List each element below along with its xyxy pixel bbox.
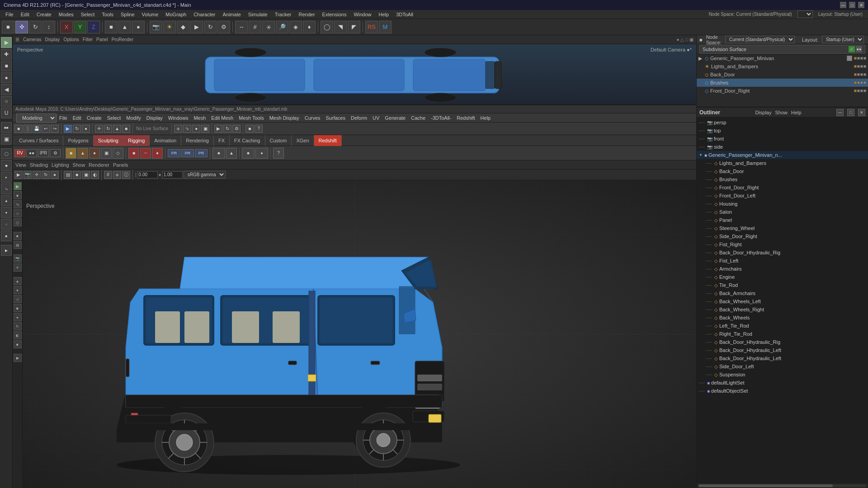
x-axis-btn[interactable]: X [60, 21, 73, 33]
brush-tool[interactable]: ● [1, 72, 12, 83]
maya-scale-btn[interactable]: ▲ [113, 125, 121, 133]
rs-help[interactable]: ? [273, 148, 284, 159]
outliner-item-tierod[interactable]: ── ◇ Tie_Rod [697, 281, 868, 289]
rs-geo2[interactable]: ▲ [77, 148, 88, 159]
maya-menu-edit[interactable]: Edit [70, 114, 84, 122]
y-axis-btn[interactable]: Y [74, 21, 86, 33]
rs-pr2[interactable]: PR [181, 149, 194, 157]
vp-top-options[interactable]: Options [63, 37, 79, 42]
ik-btn[interactable]: ■ [1, 230, 12, 241]
maya-menu-windows[interactable]: Windows [165, 114, 191, 122]
rs-pr3[interactable]: PR [195, 149, 208, 157]
joint-btn[interactable]: ○ [1, 219, 12, 230]
maya-show-hide[interactable]: ■ [245, 125, 254, 133]
render-settings-btn[interactable]: ⚙ [217, 21, 230, 33]
rs-pr1[interactable]: PR [168, 149, 180, 157]
vp-tool-rig3[interactable]: ◇ [14, 295, 22, 303]
scale-btn[interactable]: ↕ [42, 21, 55, 33]
menu-spline[interactable]: Spline [117, 11, 138, 18]
rs-vol2[interactable]: ▲ [226, 148, 237, 159]
maya-menu-curves[interactable]: Curves [302, 114, 323, 122]
vp-textured[interactable]: ▣ [82, 171, 90, 179]
outliner-display-menu[interactable]: Display [755, 110, 771, 115]
maya-ipr-btn[interactable]: ↻ [223, 125, 231, 133]
vp-top-view[interactable]: ☰ [15, 37, 19, 42]
c4d-obj-row-back[interactable]: ◇ Back_Door [697, 70, 868, 79]
outliner-item-salon[interactable]: ── ◇ Salon [697, 208, 868, 216]
c4d-nodespace-select[interactable]: Current (Standard/Physical) [725, 36, 795, 43]
vp-top-display[interactable]: Display [45, 37, 60, 42]
outliner-help-menu[interactable]: Help [791, 110, 802, 115]
menu-volume[interactable]: Volume [138, 11, 162, 18]
vp-tool-select[interactable]: ▶ [14, 182, 22, 190]
move-btn[interactable]: ✜ [15, 21, 28, 33]
c4d-obj-row-lights[interactable]: ☀ Lights_and_Bampers [697, 62, 868, 70]
key-btn[interactable]: ◆ [1, 160, 12, 171]
vp-brush1[interactable]: ● [51, 171, 59, 179]
outliner-item-defaultobjectset[interactable]: ── ■ defaultObjectSet [697, 387, 868, 395]
outliner-item-backarmchairs[interactable]: ── ◇ Back_Armchairs [697, 289, 868, 297]
outliner-item-suspension[interactable]: ── ◇ Suspension [697, 371, 868, 379]
vp-top-filter[interactable]: Filter [83, 37, 93, 42]
tab-rigging[interactable]: Rigging [123, 135, 150, 146]
vp-tool-rig5[interactable]: ▸ [14, 313, 22, 321]
tab-curves-surfaces[interactable]: Curves / Surfaces [14, 135, 63, 146]
vp-value2[interactable]: 1.00 [162, 171, 183, 178]
tool3-btn[interactable]: ♦ [303, 21, 316, 33]
outliner-item-minivan[interactable]: ▼ ■ Generic_Passenger_Minivan_n... [697, 151, 868, 159]
maya-render-btn[interactable]: ▶ [214, 125, 222, 133]
viewport-3d-scene[interactable]: Perspective [13, 180, 696, 488]
tab-xgen[interactable]: XGen [292, 135, 314, 146]
maya-save-btn[interactable]: 💾 [33, 125, 41, 133]
outliner-item-frontdoorright[interactable]: ── ◇ Front_Door_Right [697, 183, 868, 192]
maya-move-btn[interactable]: ✛ [95, 125, 103, 133]
outliner-item-backwheelsleft[interactable]: ── ◇ Back_Wheels_Left [697, 297, 868, 305]
outliner-item-bdhl2[interactable]: ── ◇ Back_Door_Hhydraulic_Left [697, 354, 868, 362]
anim-btn[interactable]: ◯ [1, 148, 12, 159]
vp-tool-layer[interactable]: ■ [14, 232, 22, 240]
vp-sel1[interactable]: ▶ [14, 171, 23, 179]
vp-colorspace[interactable]: sRGB gamma [184, 171, 226, 178]
menu-character[interactable]: Character [190, 11, 219, 18]
track-btn[interactable]: ▸ [1, 172, 12, 183]
maya-menu-file[interactable]: File [57, 114, 70, 122]
maya-menu-mesh[interactable]: Mesh [191, 114, 208, 122]
poly-btn[interactable]: ■ [105, 21, 118, 33]
outliner-item-sidedoorright[interactable]: ── ◇ Side_Door_Right [697, 232, 868, 240]
vp-view-menu[interactable]: View [15, 162, 26, 168]
maximize-btn[interactable]: □ [849, 2, 855, 8]
vp-show-menu[interactable]: Show [73, 162, 85, 168]
maya-menu-meshdisplay[interactable]: Mesh Display [267, 114, 302, 122]
rs-geo1[interactable]: ■ [66, 148, 76, 159]
weight-btn[interactable]: ● [1, 207, 12, 218]
deform-btn[interactable]: ▲ [1, 195, 12, 206]
z-axis-btn[interactable]: Z [87, 21, 100, 33]
material-btn[interactable]: ◆ [177, 21, 189, 33]
maya-menu-select[interactable]: Select [104, 114, 124, 122]
rs-geo4[interactable]: ▣ [101, 148, 112, 159]
maya-mode-dropdown[interactable]: Modeling Rigging Animation FX Rendering [16, 113, 57, 122]
boole-btn[interactable]: ◯ [321, 21, 333, 33]
edge-btn[interactable]: ▲ [118, 21, 131, 33]
menu-select[interactable]: Select [77, 11, 99, 18]
magnet-tool[interactable]: U [1, 108, 12, 118]
vp-tool-cam[interactable]: 📷 [14, 254, 22, 263]
menu-3dtoall[interactable]: 3DToAll [392, 11, 417, 18]
snap-btn[interactable]: ⚹ [262, 21, 275, 33]
horizontal-scrollbar-track[interactable] [698, 484, 866, 487]
vp-tool-sculpt[interactable]: ∿ [14, 200, 22, 208]
outliner-item-backwheels[interactable]: ── ◇ Back_Wheels [697, 314, 868, 322]
outliner-item-defaultlightset[interactable]: ── ■ defaultLightSet [697, 379, 868, 387]
rs-doc2[interactable]: ● [255, 148, 268, 159]
close-btn[interactable]: ✕ [858, 2, 864, 8]
menu-file[interactable]: File [2, 11, 17, 18]
vp-top-prorender[interactable]: ProRender [112, 37, 133, 42]
maya-sel-btn[interactable]: ▶ [64, 125, 72, 133]
vp-panels-menu[interactable]: Panels [113, 162, 128, 168]
redshift-btn[interactable]: RS [365, 21, 378, 33]
vp-grid[interactable]: # [104, 171, 112, 179]
maya-rotate-btn[interactable]: ↻ [104, 125, 112, 133]
vp-solid[interactable]: ■ [73, 171, 81, 179]
maya-snap-curve[interactable]: ∿ [183, 125, 191, 133]
light-btn[interactable]: ☀ [163, 21, 176, 33]
